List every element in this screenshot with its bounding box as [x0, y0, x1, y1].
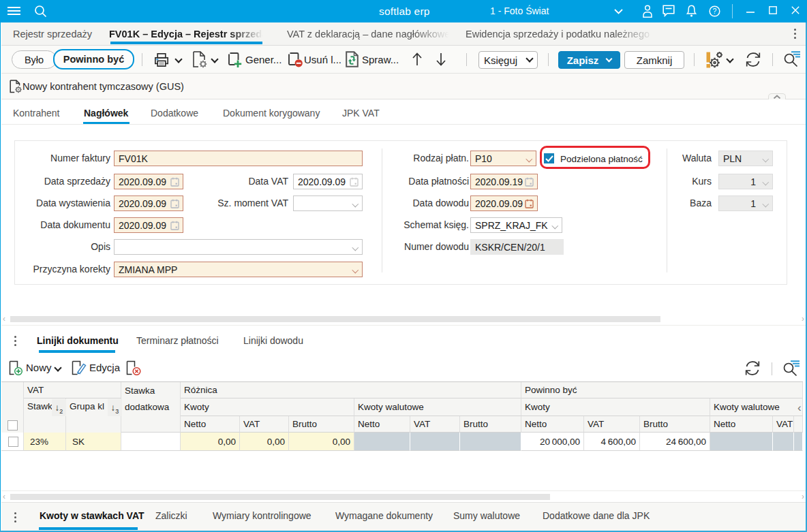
svg-text:?: ? — [713, 7, 717, 15]
